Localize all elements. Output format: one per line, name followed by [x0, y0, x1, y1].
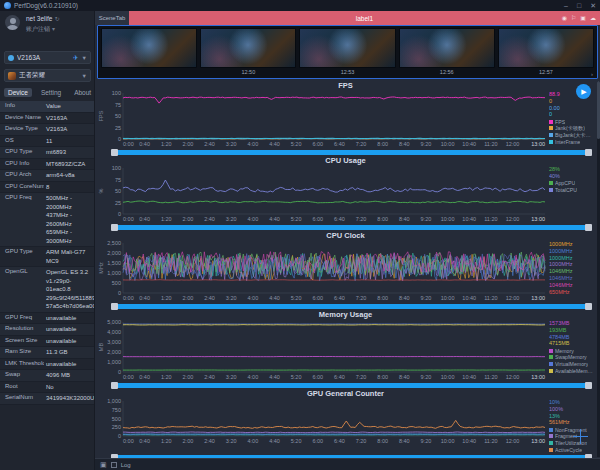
svg-text:10:00: 10:00 [441, 216, 455, 222]
scrollbar-bar[interactable] [118, 383, 585, 388]
series-Fragment [123, 432, 545, 433]
svg-text:7:20: 7:20 [356, 374, 367, 380]
current-value: 1000MHz [549, 255, 594, 262]
scene-thumbnail[interactable]: 12:57 [498, 28, 594, 76]
chart-title: CPU Usage [97, 156, 594, 165]
legend-label: InterFrame [555, 139, 580, 145]
folder-icon[interactable]: ▣ [580, 11, 586, 25]
tab-about[interactable]: About [70, 88, 95, 97]
scene-thumbnail[interactable]: 12:56 [399, 28, 495, 76]
tab-scenetab[interactable]: SceneTab [95, 11, 129, 25]
scene-thumbnail-time: 12:57 [498, 68, 594, 76]
chart-plot[interactable]: 02505007501,0000:000:401:202:002:403:204… [97, 398, 549, 445]
svg-text:4:00: 4:00 [247, 216, 258, 222]
chart-body: 05001,0001,5002,0002,500MHz0:000:401:202… [97, 240, 594, 302]
current-value: 650MHz [549, 289, 594, 296]
row-value: 11.3 GB [44, 347, 94, 358]
current-value: 1046MHz [549, 275, 594, 282]
scrollbar-right-handle[interactable] [585, 224, 592, 231]
scrollbar-left-handle[interactable] [111, 303, 118, 310]
scrollbar-left-handle[interactable] [111, 382, 118, 389]
device-select[interactable]: V2163A ✈ ▼ [4, 51, 91, 64]
camera-icon[interactable]: ◉ [562, 11, 567, 25]
col-header-info: Info [0, 101, 44, 112]
chart-memory-usage: Memory Usage01,0002,0003,0004,0005,000MB… [97, 310, 594, 389]
svg-text:9:20: 9:20 [421, 374, 432, 380]
svg-text:8:40: 8:40 [399, 438, 410, 444]
window-controls: –□✕ [564, 0, 596, 11]
row-value: unavailable [44, 324, 94, 335]
chart-time-scrollbar[interactable] [111, 303, 592, 310]
scrollbar-right-handle[interactable] [585, 382, 592, 389]
tab-setting[interactable]: Setting [37, 88, 65, 97]
table-row: Swap4096 MB [0, 370, 94, 382]
chart-time-scrollbar[interactable] [111, 149, 592, 156]
close-button[interactable]: ✕ [590, 0, 596, 11]
scrollbar-bar[interactable] [118, 304, 585, 309]
log-checkbox[interactable] [111, 462, 117, 468]
cloud-icon[interactable]: ☁ [590, 11, 596, 25]
row-info: Swap [0, 370, 44, 381]
scrollbar-right-handle[interactable] [585, 303, 592, 310]
wireless-icon[interactable]: ✈ [73, 54, 78, 62]
svg-text:10:40: 10:40 [462, 438, 476, 444]
row-info: GPU Freq [0, 313, 44, 324]
play-button[interactable]: ▶ [576, 84, 591, 99]
svg-text:7:20: 7:20 [356, 438, 367, 444]
game-select[interactable]: 王者荣耀 ▼ [4, 69, 91, 82]
chart-plot[interactable]: 0255075100FPS0:000:401:202:002:403:204:0… [97, 90, 549, 148]
legend-item: TotalCPU [549, 186, 594, 193]
legend-label: Memory [555, 348, 574, 354]
scrollbar-right-handle[interactable] [585, 149, 592, 156]
avatar [5, 15, 20, 30]
svg-text:0: 0 [118, 211, 121, 217]
current-value: 4784MB [549, 334, 594, 341]
user-name: net 3elife↻ [26, 15, 59, 22]
svg-text:1:20: 1:20 [161, 374, 172, 380]
row-info: Device Name [0, 113, 44, 124]
row-value: 11 [44, 136, 94, 147]
next-page-icon[interactable]: › [591, 71, 593, 77]
maximize-button[interactable]: □ [577, 0, 581, 11]
scrollbar-bar[interactable] [118, 150, 585, 155]
logout-link[interactable]: 账户注销▾ [26, 25, 55, 34]
svg-text:8:00: 8:00 [377, 374, 388, 380]
series-AppCPU [123, 201, 545, 203]
chart-time-scrollbar[interactable] [111, 224, 592, 231]
main-panel: SceneTab label1 ◉⚐▣☁ 12:5012:5312:5612:5… [95, 11, 600, 470]
legend-swatch [549, 140, 553, 144]
marker-icon[interactable]: ⚐ [571, 11, 576, 25]
user-refresh-icon[interactable]: ↻ [54, 16, 59, 22]
scene-thumbnail[interactable] [101, 28, 197, 76]
svg-text:1:20: 1:20 [161, 438, 172, 444]
game-select-value: 王者荣耀 [19, 71, 79, 80]
chart-plot[interactable]: 01,0002,0003,0004,0005,000MB0:000:401:20… [97, 319, 549, 381]
table-row: RootNo [0, 382, 94, 394]
svg-text:8:40: 8:40 [399, 216, 410, 222]
minimize-button[interactable]: – [564, 0, 568, 11]
scene-thumbnail-image [200, 28, 296, 68]
chart-time-scrollbar[interactable] [111, 382, 592, 389]
table-row: Resolutionunavailable [0, 324, 94, 336]
scene-thumbnail[interactable]: 12:53 [299, 28, 395, 76]
svg-text:100: 100 [112, 165, 121, 171]
scrollbar-left-handle[interactable] [111, 224, 118, 231]
svg-text:25: 25 [115, 125, 121, 131]
current-value: 1046MHz [549, 268, 594, 275]
scene-thumbnail[interactable]: 12:50 [200, 28, 296, 76]
svg-text:6:40: 6:40 [334, 295, 345, 301]
row-info: CPU Type [0, 147, 44, 158]
table-row: Device TypeV2163A [0, 124, 94, 136]
svg-text:6:00: 6:00 [312, 295, 323, 301]
svg-text:7:20: 7:20 [356, 216, 367, 222]
chart-plot[interactable]: 0255075100%0:000:401:202:002:403:204:004… [97, 165, 549, 223]
svg-text:11:20: 11:20 [484, 374, 497, 380]
chart-plot[interactable]: 05001,0001,5002,0002,500MHz0:000:401:202… [97, 240, 549, 302]
scrollbar-left-handle[interactable] [111, 149, 118, 156]
scrollbar-bar[interactable] [118, 225, 585, 230]
monitor-icon[interactable]: ▣ [100, 461, 107, 469]
tab-device[interactable]: Device [4, 88, 32, 97]
svg-text:10:00: 10:00 [441, 438, 455, 444]
svg-text:11:20: 11:20 [484, 216, 497, 222]
chevron-down-icon: ▼ [82, 55, 87, 61]
